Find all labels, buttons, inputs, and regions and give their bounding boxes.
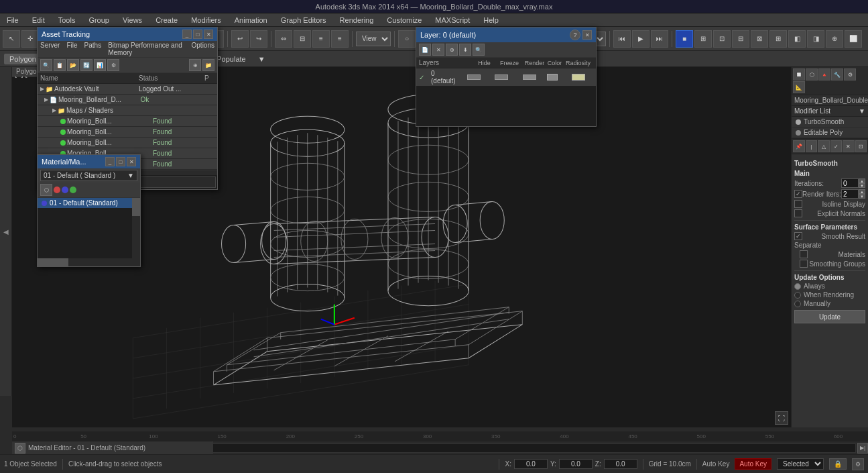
tb-play3[interactable]: ⏭	[651, 30, 668, 48]
ts-iter-down[interactable]: ▼	[859, 183, 865, 188]
layer-tb-1[interactable]: 📄	[419, 44, 431, 56]
mat-ed-icon-1[interactable]: ⬡	[15, 443, 25, 454]
material-item-0[interactable]: 01 - Default (Standard)	[38, 198, 140, 208]
mat-panel-minimize[interactable]: _	[105, 157, 115, 166]
layer-tb-4[interactable]: ⬇	[459, 44, 471, 56]
asset-panel-close[interactable]: ✕	[204, 30, 213, 39]
timeline-end-btn[interactable]: ▶|	[857, 443, 868, 454]
ts-smooth-check[interactable]: ✓	[794, 232, 802, 240]
mod-icon-tri[interactable]: △	[818, 140, 830, 152]
tb-view7[interactable]: ◧	[788, 30, 806, 48]
tb-mirror[interactable]: ⇔	[275, 30, 292, 48]
subtb-extra[interactable]: ▼	[253, 54, 271, 64]
ts-render-iter-spinner[interactable]: 2 ▲ ▼	[841, 189, 865, 199]
rp-icon-3[interactable]: 🔺	[818, 68, 830, 81]
ts-render-iter-arrows[interactable]: ▲ ▼	[859, 189, 865, 199]
menu-help[interactable]: Help	[481, 15, 501, 25]
layer-freeze-indicator[interactable]	[495, 74, 508, 80]
tb-view5[interactable]: ⊠	[751, 30, 768, 48]
tb-view-blue[interactable]: ■	[676, 30, 693, 48]
status-x-value[interactable]: 0.0	[514, 459, 548, 469]
rp-icon-5[interactable]: ⚙	[844, 68, 856, 81]
status-y-value[interactable]: 0.0	[559, 459, 593, 469]
ts-iter-arrows[interactable]: ▲ ▼	[859, 178, 865, 188]
menu-modifiers[interactable]: Modifiers	[188, 15, 224, 25]
menu-edit[interactable]: Edit	[29, 15, 48, 25]
mod-icon-x[interactable]: ✕	[843, 140, 855, 152]
asset-menu-server[interactable]: Server	[40, 42, 60, 56]
mat-panel-restore[interactable]: □	[116, 157, 125, 166]
material-scrollbar-v-thumb[interactable]	[132, 198, 140, 216]
asset-menu-options[interactable]: Options	[192, 42, 214, 56]
status-autokey-btn[interactable]: Auto Key	[735, 458, 771, 470]
ts-render-iter-check[interactable]: ✓	[794, 190, 802, 198]
tb-align[interactable]: ⊟	[294, 30, 311, 48]
asset-panel-minimize[interactable]: _	[182, 30, 192, 39]
material-selector[interactable]: 01 - Default ( Standard ) ▼	[40, 170, 137, 181]
material-scrollbar-v[interactable]	[132, 198, 140, 258]
layer-tb-3[interactable]: ⊕	[446, 44, 458, 56]
asset-tb-5[interactable]: 📊	[94, 59, 106, 71]
ts-render-iter-input[interactable]: 2	[841, 189, 859, 199]
tb-view10[interactable]: ⬜	[845, 30, 862, 48]
mat-panel-close[interactable]: ✕	[127, 157, 136, 166]
asset-tb-3[interactable]: 📂	[67, 59, 79, 71]
tb-view4[interactable]: ⊟	[732, 30, 749, 48]
layer-row-0[interactable]: ✓ 0 (default)	[416, 68, 596, 86]
asset-menu-bitmap[interactable]: Bitmap Performance and Memory	[108, 42, 184, 56]
menu-views[interactable]: Views	[120, 15, 145, 25]
menu-create[interactable]: Create	[153, 15, 180, 25]
layer-tb-5[interactable]: 🔍	[473, 44, 485, 56]
tb-view9[interactable]: ⊕	[826, 30, 843, 48]
ts-manually-radio[interactable]	[794, 301, 801, 307]
menu-animation[interactable]: Animation	[232, 15, 270, 25]
modifier-turbosm[interactable]: TurboSmooth	[792, 117, 868, 127]
modifier-list-dropdown-icon[interactable]: ▼	[859, 107, 865, 115]
view-dropdown[interactable]: View	[356, 32, 391, 46]
tb-render1[interactable]: ○	[398, 30, 416, 48]
asset-row-3[interactable]: Mooring_Boll... Found	[38, 116, 217, 127]
ts-iter-input[interactable]: 0	[841, 178, 859, 188]
rp-icon-2[interactable]: ⬡	[806, 68, 818, 81]
ts-render-iter-down[interactable]: ▼	[859, 194, 865, 199]
rp-icon-4[interactable]: 🔧	[831, 68, 843, 81]
asset-row-2[interactable]: ▶ 📁 Maps / Shaders	[38, 105, 217, 116]
status-keying-btn[interactable]: ⚙	[852, 458, 864, 470]
layer-render-indicator[interactable]	[523, 74, 536, 80]
material-scrollbar-h-thumb[interactable]	[38, 258, 68, 266]
mod-icon-check[interactable]: ✓	[830, 140, 843, 152]
layer-hide-indicator[interactable]	[467, 74, 481, 80]
asset-row-1[interactable]: ▶ 📄 Mooring_Bollard_D... Ok	[38, 95, 217, 105]
asset-tb-6[interactable]: ⚙	[107, 59, 119, 71]
ts-mat-check[interactable]	[800, 250, 808, 258]
tb-play1[interactable]: ⏮	[613, 30, 631, 48]
ts-iter-spinner[interactable]: 0 ▲ ▼	[841, 178, 865, 188]
menu-customize[interactable]: Customize	[384, 15, 424, 25]
layer-color-swatch[interactable]	[547, 74, 558, 81]
asset-tb-2[interactable]: 📋	[54, 59, 66, 71]
ts-sg-check[interactable]	[800, 260, 808, 268]
asset-tb-4[interactable]: 🔄	[80, 59, 92, 71]
asset-row-0[interactable]: ▶ 📁 Autodesk Vault Logged Out ...	[38, 84, 217, 95]
status-z-value[interactable]: 0.0	[604, 459, 637, 469]
layer-tb-2[interactable]: ✕	[432, 44, 444, 56]
mat-tb-1[interactable]: ⬡	[40, 184, 52, 196]
tb-view8[interactable]: ◨	[807, 30, 824, 48]
rp-icon-6[interactable]: 📐	[793, 81, 805, 93]
ts-iter-up[interactable]: ▲	[859, 178, 865, 183]
mod-icon-pin[interactable]: 📌	[793, 140, 805, 152]
layer-panel-close[interactable]: ✕	[582, 30, 592, 40]
asset-menu-file[interactable]: File	[66, 42, 77, 56]
ts-update-btn[interactable]: Update	[794, 310, 865, 323]
tb-view6[interactable]: ⊞	[769, 30, 787, 48]
tb-undo[interactable]: ↩	[231, 30, 249, 48]
tb-view2[interactable]: ⊞	[694, 30, 712, 48]
tb-redo[interactable]: ↪	[250, 30, 267, 48]
tb-play2[interactable]: ▶	[632, 30, 649, 48]
layer-radiosity-swatch[interactable]	[572, 74, 585, 81]
ts-render-iter-up[interactable]: ▲	[859, 189, 865, 194]
ts-explicit-check[interactable]	[794, 209, 802, 217]
left-collapse-btn[interactable]: ◀	[0, 67, 12, 396]
ts-when-rendering-radio[interactable]	[794, 292, 801, 299]
layer-help-btn[interactable]: ?	[570, 30, 580, 40]
